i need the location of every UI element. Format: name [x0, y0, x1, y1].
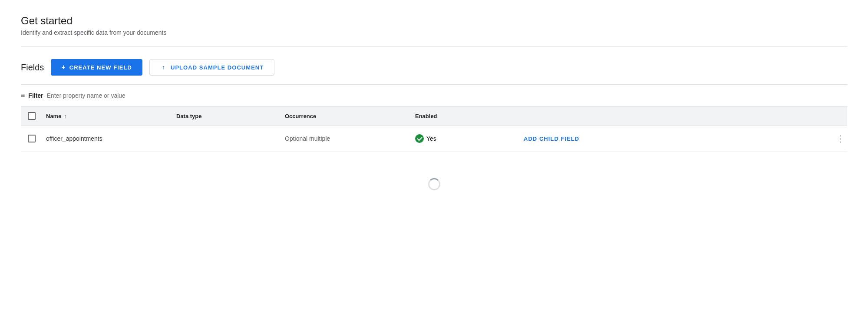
filter-input[interactable]: [47, 92, 847, 99]
fields-toolbar: Fields + CREATE NEW FIELD ↑ UPLOAD SAMPL…: [21, 59, 847, 76]
create-new-field-label: CREATE NEW FIELD: [69, 64, 132, 71]
create-new-field-button[interactable]: + CREATE NEW FIELD: [51, 59, 142, 76]
header-name-cell: Name ↑: [43, 113, 173, 119]
row-name-cell: officer_appointments: [43, 135, 173, 142]
fields-toolbar-section: Fields + CREATE NEW FIELD ↑ UPLOAD SAMPL…: [21, 47, 847, 85]
fields-table: Name ↑ Data type Occurrence Enabled offi…: [21, 107, 847, 152]
filter-icon: ≡: [21, 92, 25, 99]
upload-sample-label: UPLOAD SAMPLE DOCUMENT: [171, 64, 264, 71]
header-enabled-cell: Enabled: [412, 113, 520, 119]
enabled-yes-label: Yes: [426, 135, 436, 142]
add-child-field-button[interactable]: ADD CHILD FIELD: [524, 136, 579, 142]
page-container: Get started Identify and extract specifi…: [0, 0, 868, 230]
upload-icon: ↑: [160, 64, 167, 71]
row-checkbox-cell: [21, 135, 43, 142]
header-data-type-cell: Data type: [173, 113, 281, 119]
table-header: Name ↑ Data type Occurrence Enabled: [21, 107, 847, 126]
table-row: officer_appointments Optional multiple Y…: [21, 126, 847, 152]
row-actions-cell: ADD CHILD FIELD: [520, 135, 830, 142]
row-more-cell: ⋮: [830, 132, 847, 146]
header-section: Get started Identify and extract specifi…: [21, 14, 847, 47]
loading-spinner-container: [21, 152, 847, 216]
row-name-value: officer_appointments: [46, 135, 102, 142]
sort-arrow-icon[interactable]: ↑: [64, 113, 67, 119]
header-data-type-label: Data type: [176, 113, 202, 119]
filter-section: ≡ Filter: [21, 85, 847, 107]
header-checkbox-cell: [21, 112, 43, 120]
row-checkbox[interactable]: [28, 135, 36, 142]
header-enabled-label: Enabled: [415, 113, 437, 119]
filter-label: Filter: [28, 92, 43, 99]
loading-spinner: [428, 178, 440, 190]
header-occurrence-cell: Occurrence: [281, 113, 412, 119]
select-all-checkbox[interactable]: [28, 112, 36, 120]
plus-icon: +: [61, 63, 66, 71]
more-options-button[interactable]: ⋮: [833, 132, 847, 146]
fields-label: Fields: [21, 63, 44, 73]
row-enabled-cell: Yes: [412, 134, 520, 143]
row-occurrence-value: Optional multiple: [285, 135, 330, 142]
row-occurrence-cell: Optional multiple: [281, 135, 412, 142]
enabled-check-icon: [415, 134, 424, 143]
upload-sample-document-button[interactable]: ↑ UPLOAD SAMPLE DOCUMENT: [149, 59, 274, 76]
more-vert-icon: ⋮: [836, 133, 845, 144]
page-subtitle: Identify and extract specific data from …: [21, 29, 847, 36]
page-title: Get started: [21, 14, 847, 27]
header-occurrence-label: Occurrence: [285, 113, 316, 119]
add-child-field-label: ADD CHILD FIELD: [524, 136, 579, 142]
header-name-label: Name: [46, 113, 61, 119]
